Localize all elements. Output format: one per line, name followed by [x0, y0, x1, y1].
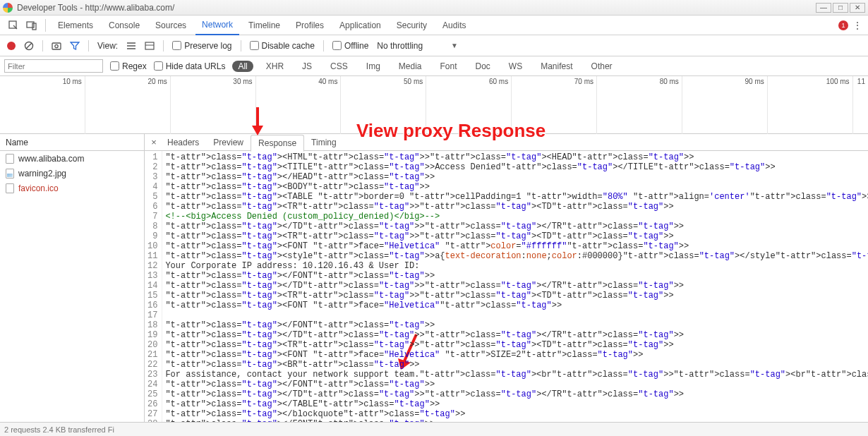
tab-sources[interactable]: Sources	[149, 16, 193, 35]
request-row[interactable]: favicon.ico	[0, 181, 144, 195]
status-text: 2 requests 2.4 KB transferred Fi	[4, 425, 114, 434]
workspace: Name www.alibaba.com warning2.jpg favico…	[0, 134, 868, 422]
tab-network[interactable]: Network	[195, 16, 239, 35]
filter-type-other[interactable]: Other	[586, 61, 618, 72]
large-rows-icon[interactable]	[126, 41, 136, 51]
code-content: "t-attr">class="t-tag"><HTML"t-attr">cla…	[162, 151, 868, 422]
device-toolbar-icon[interactable]	[24, 19, 40, 32]
minimize-button[interactable]: —	[816, 3, 831, 13]
detail-panel: × Headers Preview Response Timing View p…	[145, 134, 868, 422]
svg-rect-10	[145, 42, 154, 49]
close-detail-icon[interactable]: ×	[147, 137, 160, 147]
detail-tab-timing[interactable]: Timing	[304, 134, 344, 151]
view-label: View:	[97, 41, 118, 51]
requests-panel: Name www.alibaba.com warning2.jpg favico…	[0, 134, 145, 422]
filter-type-ws[interactable]: WS	[503, 61, 528, 72]
filter-type-manifest[interactable]: Manifest	[535, 61, 578, 72]
overview-icon[interactable]	[145, 41, 155, 51]
record-button[interactable]	[7, 42, 16, 50]
detail-tabs: × Headers Preview Response Timing	[145, 134, 868, 151]
capture-screenshot-icon[interactable]	[52, 41, 61, 51]
clear-icon[interactable]	[24, 41, 34, 51]
document-icon	[6, 154, 14, 164]
line-gutter: 1 2 3 4 5 6 7 8 9 10 11 12 13 14 15 16 1…	[145, 151, 162, 422]
preserve-log-checkbox[interactable]: Preserve log	[172, 41, 231, 51]
detail-tab-headers[interactable]: Headers	[160, 134, 206, 151]
window-title-bar: Developer Tools - http://www.alibaba.com…	[0, 0, 868, 16]
throttling-select[interactable]: No throttling▼	[377, 41, 458, 51]
tab-elements[interactable]: Elements	[52, 16, 100, 35]
filter-input[interactable]	[4, 59, 103, 73]
filter-type-css[interactable]: CSS	[325, 61, 354, 72]
main-tab-bar: Elements Console Sources Network Timelin…	[0, 16, 868, 35]
status-bar: 2 requests 2.4 KB transferred Fi	[0, 422, 868, 436]
request-name: warning2.jpg	[18, 169, 66, 178]
response-code-view[interactable]: 1 2 3 4 5 6 7 8 9 10 11 12 13 14 15 16 1…	[145, 151, 868, 422]
tab-console[interactable]: Console	[102, 16, 146, 35]
timeline-overview[interactable]: 10 ms 20 ms 30 ms 40 ms 50 ms 60 ms 70 m…	[0, 76, 868, 134]
filter-type-all[interactable]: All	[232, 61, 253, 72]
regex-checkbox[interactable]: Regex	[110, 61, 147, 71]
request-name: www.alibaba.com	[18, 154, 84, 164]
inspect-element-icon[interactable]	[6, 19, 21, 32]
request-name: favicon.ico	[18, 183, 59, 193]
tab-application[interactable]: Application	[333, 16, 387, 35]
document-icon	[6, 183, 14, 193]
svg-rect-5	[52, 43, 61, 49]
detail-tab-preview[interactable]: Preview	[206, 134, 251, 151]
error-count-badge[interactable]: 1	[838, 20, 848, 30]
filter-type-media[interactable]: Media	[393, 61, 428, 72]
disable-cache-checkbox[interactable]: Disable cache	[250, 41, 315, 51]
more-menu-icon[interactable]: ⋮	[852, 20, 862, 31]
filter-type-font[interactable]: Font	[435, 61, 463, 72]
filter-bar: Regex Hide data URLs All XHR JS CSS Img …	[0, 56, 868, 76]
window-title: Developer Tools - http://www.alibaba.com…	[17, 3, 174, 13]
filter-type-xhr[interactable]: XHR	[260, 61, 289, 72]
tab-profiles[interactable]: Profiles	[289, 16, 330, 35]
hide-data-urls-checkbox[interactable]: Hide data URLs	[154, 61, 226, 71]
request-row[interactable]: www.alibaba.com	[0, 151, 144, 166]
svg-line-4	[26, 43, 32, 49]
maximize-button[interactable]: □	[833, 3, 848, 13]
svg-point-6	[55, 44, 58, 47]
network-toolbar: View: Preserve log Disable cache Offline…	[0, 35, 868, 56]
offline-checkbox[interactable]: Offline	[332, 41, 368, 51]
filter-type-js[interactable]: JS	[296, 61, 318, 72]
close-button[interactable]: ✕	[850, 3, 865, 13]
tab-timeline[interactable]: Timeline	[242, 16, 287, 35]
tab-audits[interactable]: Audits	[436, 16, 472, 35]
filter-type-doc[interactable]: Doc	[470, 61, 496, 72]
filter-icon[interactable]	[70, 41, 80, 51]
tab-security[interactable]: Security	[390, 16, 433, 35]
filter-type-img[interactable]: Img	[361, 61, 386, 72]
chrome-icon	[3, 3, 13, 13]
requests-header[interactable]: Name	[0, 134, 144, 151]
image-icon	[6, 169, 14, 178]
request-row[interactable]: warning2.jpg	[0, 166, 144, 181]
detail-tab-response[interactable]: Response	[251, 135, 304, 152]
